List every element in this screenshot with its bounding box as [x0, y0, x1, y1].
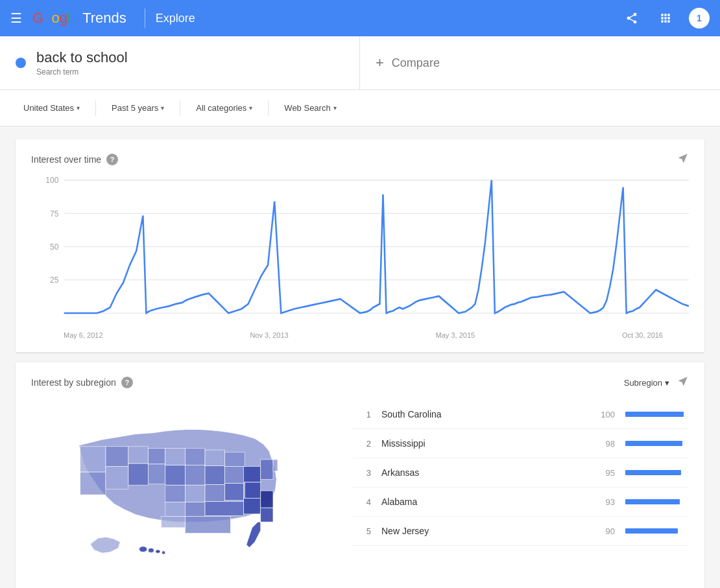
- filter-separator-1: [95, 100, 96, 116]
- ranking-name-3: Arkansas: [381, 467, 585, 478]
- ranking-item-5: 5 New Jersey 90: [353, 517, 689, 546]
- category-filter-label: All categories: [196, 103, 246, 113]
- compare-label: Compare: [392, 56, 440, 70]
- compare-section[interactable]: + Compare: [360, 36, 720, 89]
- time-range-filter-label: Past 5 years: [112, 103, 158, 113]
- apps-icon: [659, 12, 672, 25]
- us-map-container: [31, 400, 342, 582]
- ranking-score-2: 98: [595, 439, 615, 449]
- region-filter-label: United States: [23, 103, 74, 113]
- avatar[interactable]: 1: [689, 8, 710, 29]
- ranking-bar-container-1: [625, 412, 684, 417]
- time-range-filter[interactable]: Past 5 years ▾: [104, 98, 172, 118]
- interest-over-time-share-icon[interactable]: [677, 152, 689, 167]
- share-icon: [625, 12, 638, 25]
- chart-x-label-1: May 6, 2012: [64, 331, 103, 339]
- search-type-chevron-icon: ▾: [333, 104, 337, 112]
- chart-svg: 100 75 50 25: [31, 173, 689, 329]
- svg-rect-13: [80, 472, 106, 495]
- subregion-content: 1 South Carolina 100 2 Mississippi 98: [31, 400, 689, 582]
- category-chevron-icon: ▾: [249, 104, 252, 112]
- ranking-bar-container-4: [625, 499, 684, 504]
- logo-text: Google Trends: [32, 10, 126, 27]
- svg-rect-19: [205, 450, 225, 466]
- filters-bar: United States ▾ Past 5 years ▾ All categ…: [0, 90, 720, 126]
- ranking-num-4: 4: [358, 497, 371, 507]
- ranking-score-1: 100: [595, 410, 615, 419]
- interest-over-time-title: Interest over time: [31, 154, 101, 165]
- ranking-bar-container-5: [625, 528, 684, 534]
- ranking-name-5: New Jersey: [381, 526, 585, 536]
- svg-rect-16: [149, 464, 165, 484]
- svg-rect-18: [185, 448, 205, 465]
- interest-over-time-help-icon[interactable]: ?: [106, 154, 118, 165]
- header-divider: [145, 8, 145, 28]
- subregion-share-icon[interactable]: [677, 375, 689, 390]
- share-button[interactable]: [621, 8, 642, 29]
- logo-g2: g: [60, 10, 67, 27]
- header: ☰ Google Trends Explore 1: [0, 0, 720, 36]
- subregion-header: Interest by subregion ? Subregion ▾: [31, 375, 689, 390]
- svg-rect-25: [244, 466, 261, 482]
- search-term-section: back to school Search term: [0, 36, 360, 89]
- logo: Google Trends: [32, 10, 126, 27]
- ranking-name-1: South Carolina: [381, 409, 585, 419]
- search-term-type: Search term: [36, 67, 128, 76]
- ranking-num-5: 5: [358, 526, 371, 536]
- svg-rect-11: [128, 447, 149, 464]
- svg-rect-35: [273, 460, 278, 471]
- ranking-bar-2: [625, 441, 682, 446]
- main-content: Interest over time ? 100 75 50: [0, 126, 720, 588]
- logo-o1: o: [43, 10, 51, 27]
- ranking-num-3: 3: [358, 468, 371, 478]
- svg-rect-28: [185, 485, 205, 502]
- interest-over-time-card: Interest over time ? 100 75 50: [16, 139, 704, 352]
- ranking-bar-4: [625, 499, 680, 504]
- chart-x-label-2: Nov 3, 2013: [250, 331, 288, 339]
- search-type-filter-label: Web Search: [284, 103, 330, 113]
- ranking-name-4: Alabama: [381, 497, 585, 507]
- ranking-bar-1: [625, 412, 684, 417]
- chart-x-label-3: May 3, 2015: [436, 331, 475, 339]
- interest-over-time-header: Interest over time ?: [31, 152, 689, 167]
- svg-rect-26: [245, 482, 261, 499]
- svg-rect-32: [261, 491, 273, 508]
- svg-rect-10: [106, 447, 128, 467]
- subregion-help-icon[interactable]: ?: [121, 377, 133, 388]
- svg-rect-33: [261, 508, 273, 522]
- svg-rect-15: [128, 464, 149, 485]
- chart-x-label-4: Oct 30, 2016: [622, 331, 663, 339]
- subregion-dropdown[interactable]: Subregion ▾: [624, 378, 669, 388]
- ranking-score-5: 90: [595, 526, 615, 536]
- svg-rect-30: [225, 484, 244, 500]
- svg-rect-29: [205, 484, 225, 501]
- subregion-controls: Subregion ▾: [624, 375, 689, 390]
- time-range-chevron-icon: ▾: [161, 104, 164, 112]
- svg-point-43: [156, 550, 160, 553]
- svg-point-44: [162, 551, 165, 554]
- svg-rect-14: [106, 466, 128, 489]
- svg-text:25: 25: [50, 276, 59, 285]
- search-term-text[interactable]: back to school: [36, 49, 128, 66]
- search-area: back to school Search term + Compare: [0, 36, 720, 90]
- ranking-score-3: 95: [595, 468, 615, 478]
- us-map-svg: [31, 400, 342, 582]
- svg-rect-39: [185, 516, 230, 533]
- region-filter[interactable]: United States ▾: [16, 98, 88, 118]
- subregion-dropdown-chevron-icon: ▾: [665, 378, 669, 388]
- ranking-score-4: 93: [595, 497, 615, 507]
- filter-separator-2: [180, 100, 180, 116]
- search-type-filter[interactable]: Web Search ▾: [276, 98, 344, 118]
- chart-x-labels: May 6, 2012 Nov 3, 2013 May 3, 2015 Oct …: [31, 331, 689, 339]
- category-filter[interactable]: All categories ▾: [188, 98, 260, 118]
- ranking-num-2: 2: [358, 439, 371, 449]
- ranking-num-1: 1: [358, 410, 371, 419]
- menu-icon[interactable]: ☰: [10, 10, 22, 26]
- compare-plus-icon: +: [376, 54, 384, 71]
- logo-e: e: [71, 10, 78, 27]
- term-indicator: [16, 58, 26, 68]
- card-title-group: Interest over time ?: [31, 154, 118, 165]
- subregion-dropdown-label: Subregion: [624, 378, 662, 388]
- subregion-title-group: Interest by subregion ?: [31, 377, 133, 388]
- apps-button[interactable]: [655, 8, 676, 29]
